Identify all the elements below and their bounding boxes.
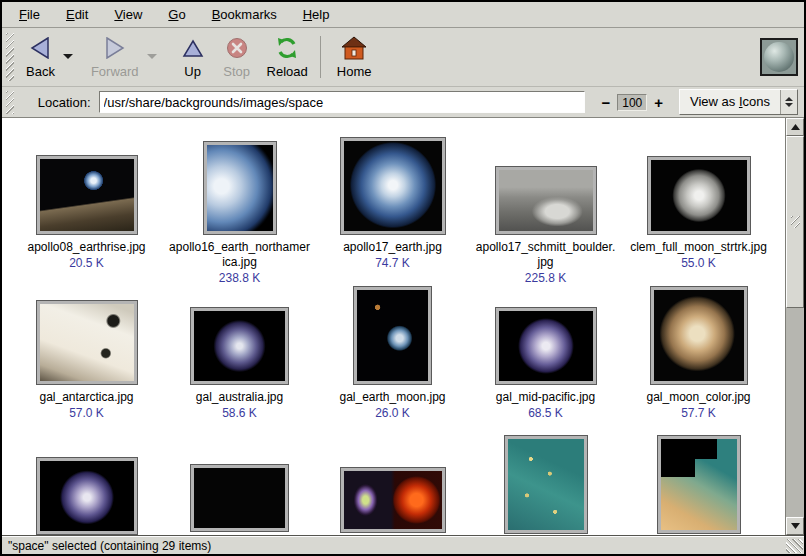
icon-grid: apollo08_earthrise.jpg 20.5 K apollo16_e… bbox=[2, 118, 785, 535]
menu-edit-label: Edit bbox=[66, 7, 88, 22]
menu-view[interactable]: View bbox=[101, 4, 155, 25]
file-item-gal-antarctica[interactable]: gal_antarctica.jpg 57.0 K bbox=[10, 288, 163, 436]
file-item-row3-galaxy[interactable] bbox=[163, 436, 316, 535]
vertical-scrollbar[interactable] bbox=[785, 118, 804, 535]
forward-label: Forward bbox=[91, 64, 139, 79]
file-name[interactable]: apollo16_earth_northamerica.jpg bbox=[169, 240, 311, 270]
thumbnail-nebula-green-red[interactable] bbox=[341, 468, 445, 532]
toolbar-drag-handle[interactable] bbox=[6, 33, 14, 81]
scroll-down-button[interactable] bbox=[786, 517, 804, 535]
thumbnail-apollo17-earth[interactable] bbox=[341, 138, 445, 234]
location-input[interactable] bbox=[99, 91, 586, 113]
file-item-gal-moon-color[interactable]: gal_moon_color.jpg 57.7 K bbox=[622, 288, 775, 436]
icon-row-1: apollo08_earthrise.jpg 20.5 K apollo16_e… bbox=[10, 138, 785, 288]
file-name[interactable]: apollo17_earth.jpg bbox=[343, 240, 442, 255]
forward-history-chevron-icon[interactable] bbox=[147, 54, 157, 59]
file-item-gal-earth-moon[interactable]: gal_earth_moon.jpg 26.0 K bbox=[316, 288, 469, 436]
scroll-up-button[interactable] bbox=[786, 118, 804, 136]
up-icon bbox=[182, 34, 204, 62]
file-name[interactable]: gal_australia.jpg bbox=[196, 390, 283, 405]
scroll-down-arrow-icon bbox=[791, 523, 800, 529]
thumbnail-gal-earth-moon[interactable] bbox=[354, 287, 431, 384]
file-name[interactable]: gal_antarctica.jpg bbox=[39, 390, 133, 405]
file-item-row3-nebula-pair[interactable] bbox=[316, 436, 469, 535]
file-name[interactable]: apollo08_earthrise.jpg bbox=[27, 240, 145, 255]
menu-view-label: View bbox=[114, 7, 142, 22]
window-resize-grip[interactable] bbox=[786, 539, 803, 553]
menu-bar: File Edit View Go Bookmarks Help bbox=[2, 2, 804, 28]
back-icon bbox=[28, 34, 52, 62]
file-size: 68.5 K bbox=[528, 406, 563, 420]
menu-file-label: File bbox=[19, 7, 40, 22]
file-name[interactable]: apollo17_schmitt_boulder.jpg bbox=[475, 240, 617, 270]
thumbnail-teal-nebula[interactable] bbox=[505, 436, 587, 533]
reload-button[interactable]: Reload bbox=[259, 30, 316, 84]
file-item-row3-teal-nebula-1[interactable] bbox=[469, 436, 622, 535]
stop-button[interactable]: Stop bbox=[215, 30, 259, 84]
file-item-gal-mid-pacific[interactable]: gal_mid-pacific.jpg 68.5 K bbox=[469, 288, 622, 436]
location-bar: Location: − 100 + View as Icons bbox=[2, 87, 804, 118]
file-item-apollo17-earth[interactable]: apollo17_earth.jpg 74.7 K bbox=[316, 138, 469, 288]
menu-help-label: Help bbox=[303, 7, 330, 22]
file-size: 74.7 K bbox=[375, 256, 410, 270]
file-size: 238.8 K bbox=[219, 271, 260, 285]
forward-icon bbox=[103, 34, 127, 62]
menu-bookmarks-label: Bookmarks bbox=[212, 7, 277, 22]
file-size: 58.6 K bbox=[222, 406, 257, 420]
status-text: "space" selected (containing 29 items) bbox=[8, 539, 211, 553]
file-name[interactable]: gal_earth_moon.jpg bbox=[339, 390, 445, 405]
zoom-level-indicator[interactable]: 100 bbox=[617, 94, 647, 111]
thumbnail-gal-mid-pacific[interactable] bbox=[496, 308, 596, 384]
scrollbar-grip-icon bbox=[791, 216, 800, 228]
forward-button[interactable]: Forward bbox=[83, 30, 147, 81]
thumbnail-apollo17-schmitt-boulder[interactable] bbox=[496, 167, 596, 234]
menu-go[interactable]: Go bbox=[155, 4, 198, 25]
thumbnail-apollo08-earthrise[interactable] bbox=[37, 156, 137, 234]
file-item-gal-australia[interactable]: gal_australia.jpg 58.6 K bbox=[163, 288, 316, 436]
thumbnail-apollo16-earth[interactable] bbox=[204, 142, 276, 234]
throbber bbox=[760, 38, 798, 76]
thumbnail-gal-antarctica[interactable] bbox=[37, 301, 137, 384]
zoom-out-button[interactable]: − bbox=[597, 94, 614, 111]
thumbnail-clem-full-moon[interactable] bbox=[648, 157, 750, 234]
file-item-row3-earth[interactable] bbox=[10, 436, 163, 535]
back-label: Back bbox=[26, 64, 55, 79]
scrollbar-thumb[interactable] bbox=[786, 136, 804, 308]
menu-help[interactable]: Help bbox=[290, 4, 343, 25]
file-name[interactable]: clem_full_moon_strtrk.jpg bbox=[630, 240, 767, 255]
file-item-clem-full-moon[interactable]: clem_full_moon_strtrk.jpg 55.0 K bbox=[622, 138, 775, 288]
file-size: 225.8 K bbox=[525, 271, 566, 285]
thumbnail-earth-purple[interactable] bbox=[37, 458, 137, 534]
file-item-apollo08-earthrise[interactable]: apollo08_earthrise.jpg 20.5 K bbox=[10, 138, 163, 288]
icon-row-2: gal_antarctica.jpg 57.0 K gal_australia.… bbox=[10, 288, 785, 436]
thumbnail-teal-nebula-mosaic[interactable] bbox=[658, 436, 740, 533]
reload-icon bbox=[275, 34, 299, 62]
reload-label: Reload bbox=[267, 64, 308, 79]
file-size: 20.5 K bbox=[69, 256, 104, 270]
thumbnail-gal-australia[interactable] bbox=[191, 308, 288, 384]
menu-file[interactable]: File bbox=[6, 4, 53, 25]
file-item-row3-teal-nebula-2[interactable] bbox=[622, 436, 775, 535]
menu-go-label: Go bbox=[168, 7, 185, 22]
view-as-dropdown-arrows-icon[interactable] bbox=[780, 90, 797, 114]
file-item-apollo17-schmitt-boulder[interactable]: apollo17_schmitt_boulder.jpg 225.8 K bbox=[469, 138, 622, 288]
thumbnail-galaxy-pair[interactable] bbox=[191, 465, 288, 531]
back-history-chevron-icon[interactable] bbox=[63, 54, 73, 59]
location-bar-drag-handle[interactable] bbox=[6, 91, 14, 114]
home-icon bbox=[341, 34, 367, 62]
up-button[interactable]: Up bbox=[171, 30, 215, 84]
throbber-sphere-icon bbox=[764, 42, 794, 72]
menu-bookmarks[interactable]: Bookmarks bbox=[199, 4, 290, 25]
back-button[interactable]: Back bbox=[18, 30, 63, 81]
file-name[interactable]: gal_moon_color.jpg bbox=[646, 390, 750, 405]
view-as-dropdown[interactable]: View as Icons bbox=[679, 89, 798, 115]
thumbnail-gal-moon-color[interactable] bbox=[651, 287, 747, 384]
file-item-apollo16-earth-northamerica[interactable]: apollo16_earth_northamerica.jpg 238.8 K bbox=[163, 138, 316, 288]
home-button[interactable]: Home bbox=[329, 30, 380, 84]
location-label: Location: bbox=[38, 95, 91, 110]
menu-edit[interactable]: Edit bbox=[53, 4, 101, 25]
file-name[interactable]: gal_mid-pacific.jpg bbox=[496, 390, 595, 405]
zoom-in-button[interactable]: + bbox=[650, 94, 667, 111]
file-size: 57.7 K bbox=[681, 406, 716, 420]
file-size: 55.0 K bbox=[681, 256, 716, 270]
